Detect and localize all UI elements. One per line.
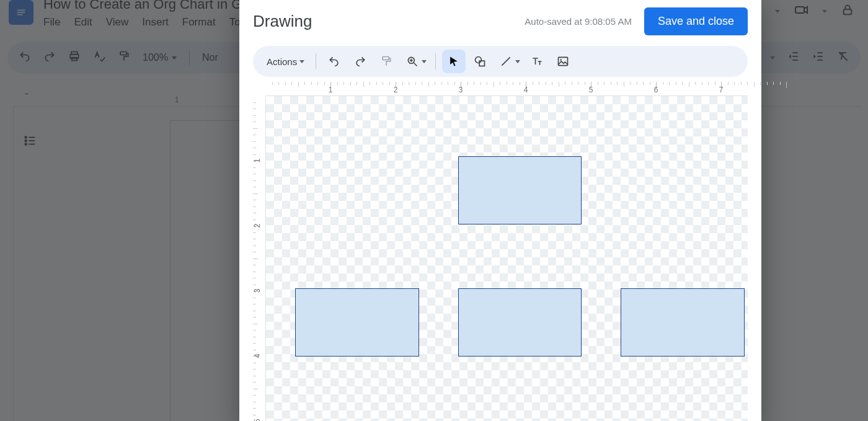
h-ruler-number: 4: [524, 86, 528, 94]
v-ruler-number: 5: [253, 419, 262, 421]
undo-button[interactable]: [322, 50, 346, 73]
drawing-toolbar: Actions: [253, 46, 748, 77]
drawing-canvas-area: 1234567 12345: [253, 82, 748, 421]
v-ruler-number: 2: [253, 224, 262, 228]
h-ruler-number: 5: [589, 86, 593, 94]
actions-label: Actions: [267, 56, 297, 67]
v-ruler-number: 3: [253, 289, 262, 293]
vertical-ruler: 12345: [253, 95, 265, 421]
textbox-tool-button[interactable]: [525, 50, 549, 73]
v-ruler-number: 1: [253, 159, 262, 163]
rect-bottom-right[interactable]: [621, 288, 745, 357]
shape-tool-button[interactable]: [468, 50, 492, 73]
line-tool-button[interactable]: [494, 50, 518, 73]
chevron-down-icon[interactable]: [515, 60, 520, 63]
svg-point-48: [560, 59, 562, 61]
zoom-button[interactable]: [401, 50, 424, 73]
rect-top[interactable]: [458, 156, 582, 224]
svg-line-41: [414, 63, 417, 66]
h-ruler-number: 1: [329, 86, 333, 94]
h-ruler-number: 3: [459, 86, 463, 94]
rect-bottom-left[interactable]: [295, 288, 419, 357]
svg-rect-47: [559, 57, 568, 65]
autosave-status: Auto-saved at 9:08:05 AM: [525, 16, 632, 27]
paint-format-button: [374, 50, 398, 73]
drawing-canvas[interactable]: [265, 95, 748, 421]
chevron-down-icon[interactable]: [422, 60, 427, 63]
svg-rect-45: [479, 61, 484, 66]
modal-title: Drawing: [253, 12, 312, 31]
redo-button[interactable]: [348, 50, 372, 73]
v-ruler-number: 4: [253, 354, 262, 358]
h-ruler-number: 2: [394, 86, 398, 94]
svg-point-44: [476, 57, 482, 63]
actions-menu-button[interactable]: Actions: [262, 53, 309, 71]
svg-line-46: [502, 57, 510, 65]
chevron-down-icon: [299, 60, 304, 63]
svg-rect-39: [383, 57, 389, 60]
h-ruler-number: 6: [654, 86, 658, 94]
image-tool-button[interactable]: [551, 50, 575, 73]
select-tool-button[interactable]: [442, 50, 466, 73]
h-ruler-number: 7: [719, 86, 724, 94]
drawing-modal: Drawing Auto-saved at 9:08:05 AM Save an…: [239, 0, 761, 421]
horizontal-ruler: 1234567: [265, 82, 748, 95]
rect-bottom-center[interactable]: [458, 288, 582, 357]
save-and-close-button[interactable]: Save and close: [644, 7, 748, 35]
